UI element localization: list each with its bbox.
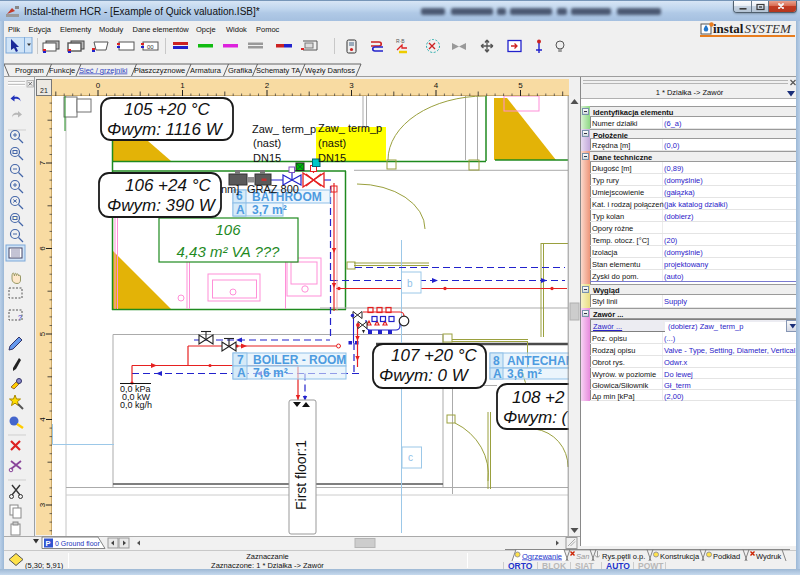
svg-text:Konstrukcja: Konstrukcja (660, 552, 700, 561)
svg-text:Funkcje: Funkcje (49, 66, 75, 75)
svg-text:A: A (236, 203, 245, 217)
svg-text:5: 5 (518, 81, 523, 90)
svg-text:San: San (576, 552, 589, 561)
svg-text:instal: instal (713, 22, 744, 36)
svg-text:106 +24 °C: 106 +24 °C (125, 176, 211, 195)
svg-text:Wydruk: Wydruk (756, 552, 782, 561)
svg-text:8: 8 (493, 354, 500, 368)
svg-text:Φwym: (: Φwym: ( (503, 408, 569, 427)
svg-text:(nast): (nast) (318, 137, 346, 149)
svg-text:106: 106 (215, 221, 241, 238)
svg-text:Sieć / grzejniki: Sieć / grzejniki (79, 66, 128, 75)
svg-text:Armatura: Armatura (190, 66, 222, 75)
svg-text:Φwym: 1116 W: Φwym: 1116 W (107, 120, 224, 139)
svg-text:Grafika: Grafika (228, 66, 253, 75)
svg-text:2: 2 (265, 81, 270, 90)
svg-text:SYSTEM: SYSTEM (745, 22, 792, 36)
svg-text:Podkład: Podkład (713, 552, 740, 561)
svg-text:(nast): (nast) (253, 137, 281, 149)
svg-text:Płaszczyznowe: Płaszczyznowe (134, 66, 185, 75)
svg-text:Węzły Danfoss: Węzły Danfoss (305, 66, 355, 75)
svg-text:3: 3 (349, 81, 354, 90)
svg-text:6: 6 (38, 246, 47, 251)
svg-text:1: 1 (180, 81, 185, 90)
svg-text:A: A (237, 366, 246, 380)
svg-text:4: 4 (38, 417, 47, 422)
svg-text:107 +20 °C: 107 +20 °C (391, 346, 477, 365)
svg-text:4: 4 (434, 81, 439, 90)
svg-text:7: 7 (237, 353, 244, 367)
svg-text:Rys.pętli o.p.: Rys.pętli o.p. (602, 552, 645, 561)
svg-text:Φwym: 390 W: Φwym: 390 W (107, 196, 217, 215)
svg-text:00: 00 (147, 44, 154, 50)
svg-text:b: b (407, 278, 413, 289)
svg-text:ANTECHAMB: ANTECHAMB (507, 354, 569, 368)
svg-text:First floor:1: First floor:1 (293, 440, 309, 510)
svg-text:Zaw_ term_p: Zaw_ term_p (318, 122, 382, 134)
svg-text:DN15: DN15 (253, 152, 281, 164)
svg-text:3,7 m²: 3,7 m² (252, 203, 287, 217)
svg-text:Φwym: 0 W: Φwym: 0 W (379, 366, 470, 385)
svg-text:A: A (493, 367, 502, 381)
svg-text:0: 0 (96, 81, 101, 90)
svg-text:Zaw_ term_p: Zaw_ term_p (252, 123, 316, 135)
svg-text:5: 5 (38, 331, 47, 336)
svg-text:DN15: DN15 (318, 152, 346, 164)
svg-text:c: c (408, 452, 413, 463)
svg-text:3: 3 (38, 502, 47, 507)
svg-text:108 +2: 108 +2 (512, 388, 565, 407)
svg-text:?: ? (18, 314, 22, 321)
svg-text:Schematy TA: Schematy TA (256, 66, 300, 75)
svg-text:0,0 kg/h: 0,0 kg/h (120, 400, 152, 410)
svg-text:4,43 m² VA ???: 4,43 m² VA ??? (177, 243, 280, 260)
svg-text:7,6 m²: 7,6 m² (253, 366, 288, 380)
svg-text:GRAZ 800: GRAZ 800 (247, 183, 299, 195)
svg-text:BOILER - ROOM: BOILER - ROOM (253, 353, 346, 367)
svg-text:P: P (46, 539, 51, 548)
svg-text:Program: Program (15, 66, 44, 75)
svg-text:0 Ground floor: 0 Ground floor (55, 540, 100, 547)
svg-text:Ogrzewanie: Ogrzewanie (522, 552, 562, 561)
svg-text:nm]: nm] (221, 183, 239, 195)
svg-text:105 +20 °C: 105 +20 °C (124, 100, 210, 119)
svg-text:R·B: R·B (396, 38, 405, 44)
svg-text:3,6 m²: 3,6 m² (507, 367, 542, 381)
svg-text:7: 7 (38, 160, 47, 165)
